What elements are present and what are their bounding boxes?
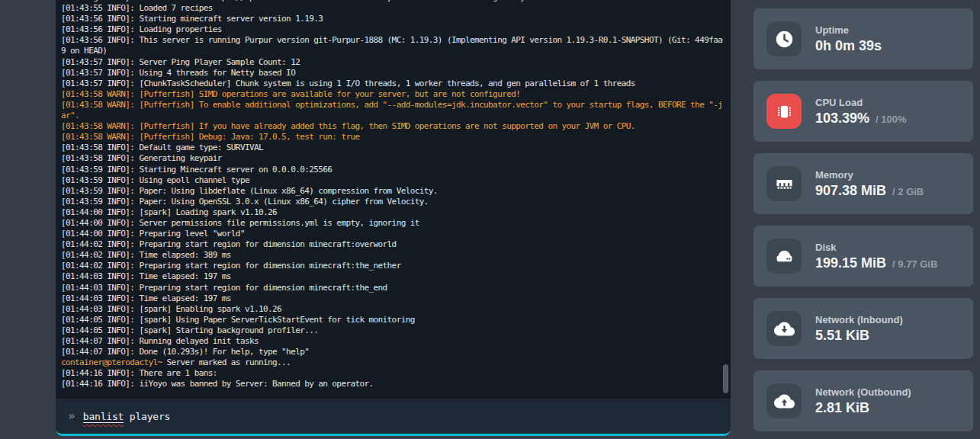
console-line: [01:44:16 INFO]: iiYoyo was banned by Se… bbox=[61, 379, 723, 389]
console-line: [01:43:59 INFO]: Paper: Using OpenSSL 3.… bbox=[61, 197, 723, 207]
stat-label: CPU Load bbox=[815, 97, 907, 108]
stat-value: 0h 0m 39s bbox=[815, 38, 882, 54]
cloud-upload-icon bbox=[766, 383, 802, 418]
console-line: [01:44:00 INFO]: Preparing level "world" bbox=[61, 229, 723, 239]
console-line: [01:44:02 INFO]: Preparing start region … bbox=[61, 239, 723, 250]
console-line: [01:44:07 INFO]: Running delayed init ta… bbox=[61, 336, 723, 347]
console-line: [01:44:02 INFO]: Preparing start region … bbox=[61, 261, 723, 271]
console-line: [01:43:57 INFO]: [ChunkTaskScheduler] Ch… bbox=[61, 79, 723, 89]
console-line: [01:43:59 INFO]: Paper: Using libdeflate… bbox=[61, 186, 723, 197]
stat-label: Disk bbox=[815, 242, 937, 253]
console-line: [01:43:58 WARN]: [Pufferfish] Debug: Jav… bbox=[61, 132, 723, 143]
console-line: [01:43:56 INFO]: This server is running … bbox=[61, 35, 723, 46]
console-line: [01:44:03 INFO]: Preparing start region … bbox=[61, 283, 723, 293]
stat-value: 103.39% / 100% bbox=[815, 111, 907, 127]
stat-value: 2.81 KiB bbox=[815, 400, 911, 416]
stat-label: Uptime bbox=[815, 24, 882, 36]
console-lines: PikaJungTeam~ y serverLocation 'https://… bbox=[56, 0, 731, 389]
cloud-download-icon bbox=[766, 311, 802, 346]
console-scrollbar-thumb[interactable] bbox=[723, 364, 728, 393]
stat-limit: / 2 GiB bbox=[892, 186, 924, 197]
console-line: [01:43:56 INFO]: Starting minecraft serv… bbox=[61, 14, 723, 24]
console-line: [01:44:03 INFO]: [spark] Enabling spark … bbox=[61, 304, 723, 315]
console-panel: PikaJungTeam~ y serverLocation 'https://… bbox=[56, 0, 731, 436]
stat-limit: / 9.77 GiB bbox=[892, 258, 937, 270]
chip-icon bbox=[766, 94, 802, 129]
stat-label: Network (Outbound) bbox=[815, 386, 911, 398]
stat-card-memory: Memory907.38 MiB / 2 GiB bbox=[753, 153, 973, 214]
console-line: [01:43:59 INFO]: Using epoll channel typ… bbox=[61, 175, 723, 186]
clock-icon bbox=[766, 21, 802, 56]
console-line: [01:43:56 INFO]: Loading properties bbox=[61, 24, 723, 35]
console-line: 9 on HEAD) bbox=[61, 46, 723, 56]
console-line: [01:43:58 INFO]: Generating keypair bbox=[61, 153, 723, 164]
console-line: [01:44:16 INFO]: There are 1 bans: bbox=[61, 368, 723, 379]
console-line: [01:44:05 INFO]: [spark] Starting backgr… bbox=[61, 325, 723, 336]
stat-label: Network (Inbound) bbox=[815, 314, 903, 325]
stat-value: 907.38 MiB / 2 GiB bbox=[815, 183, 924, 199]
stat-limit: / 100% bbox=[876, 114, 906, 125]
console-line: [01:43:57 INFO]: Server Ping Player Samp… bbox=[61, 57, 723, 68]
console-line: [01:43:59 INFO]: Starting Minecraft serv… bbox=[61, 165, 723, 175]
console-line: [01:44:05 INFO]: [spark] Using Paper Ser… bbox=[61, 315, 723, 325]
console-line: [01:43:58 WARN]: [Pufferfish] If you hav… bbox=[61, 121, 723, 132]
stat-value: 5.51 KiB bbox=[815, 328, 903, 344]
console-log[interactable]: PikaJungTeam~ y serverLocation 'https://… bbox=[56, 0, 731, 399]
stat-value: 199.15 MiB / 9.77 GiB bbox=[815, 255, 937, 271]
stat-card-disk: Disk199.15 MiB / 9.77 GiB bbox=[753, 226, 973, 287]
console-line: [01:43:57 INFO]: Using 4 threads for Net… bbox=[61, 68, 723, 79]
console-line: [01:44:03 INFO]: Time elapsed: 197 ms bbox=[61, 293, 723, 304]
stat-card-uptime: Uptime0h 0m 39s bbox=[753, 8, 973, 69]
console-line: [01:44:07 INFO]: Done (10.293s)! For hel… bbox=[61, 347, 723, 357]
console-line: [01:43:58 WARN]: [Pufferfish] SIMD opera… bbox=[61, 89, 723, 100]
console-line: container@pterodactyl~ Server marked as … bbox=[61, 357, 723, 368]
double-chevron-right-icon: » bbox=[68, 410, 76, 422]
command-input-row: » banlist players bbox=[56, 399, 731, 434]
stat-card-cpu-load: CPU Load103.39% / 100% bbox=[753, 81, 973, 142]
memory-icon bbox=[766, 166, 802, 201]
console-line: [01:43:55 INFO]: Loaded 7 recipes bbox=[61, 3, 723, 14]
command-word-rest: players bbox=[124, 411, 170, 422]
console-line: [01:44:00 INFO]: Server permissions file… bbox=[61, 218, 723, 229]
stat-card-network-outbound: Network (Outbound)2.81 KiB bbox=[753, 370, 973, 431]
stat-card-network-inbound: Network (Inbound)5.51 KiB bbox=[753, 298, 973, 359]
console-line: [01:43:58 INFO]: Default game type: SURV… bbox=[61, 143, 723, 153]
console-line: [01:44:02 INFO]: Time elapsed: 389 ms bbox=[61, 250, 723, 261]
console-line: ar". bbox=[61, 111, 723, 121]
console-line: [01:44:00 INFO]: [spark] Loading spark v… bbox=[61, 207, 723, 218]
disk-icon bbox=[766, 239, 802, 274]
command-word-misspelled: banlist bbox=[83, 411, 124, 423]
command-input[interactable]: banlist players bbox=[83, 411, 170, 422]
console-line: [01:43:58 WARN]: [Pufferfish] To enable … bbox=[61, 100, 723, 111]
stats-sidebar: Uptime0h 0m 39sCPU Load103.39% / 100%Mem… bbox=[753, 8, 973, 431]
stat-label: Memory bbox=[815, 169, 924, 181]
console-line: [01:44:03 INFO]: Time elapsed: 197 ms bbox=[61, 271, 723, 282]
page: { "theme": { "accent_cyan": "#17bcdb", "… bbox=[0, 0, 980, 439]
